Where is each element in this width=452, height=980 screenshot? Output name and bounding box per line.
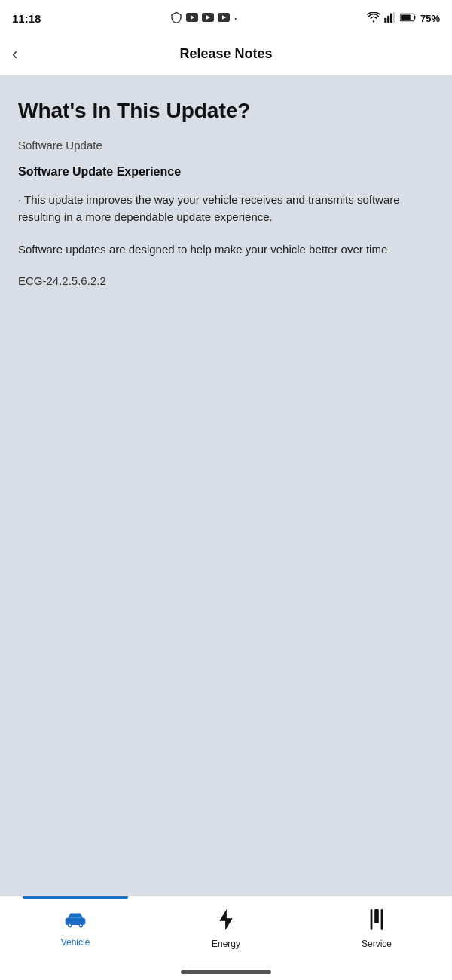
page-title: Release Notes <box>179 46 272 62</box>
status-icons: · <box>170 11 237 26</box>
status-time: 11:18 <box>12 12 41 25</box>
wifi-icon <box>367 12 380 25</box>
svg-point-15 <box>69 924 71 926</box>
section-subtitle: Software Update Experience <box>18 165 434 179</box>
status-indicators: 75% <box>367 12 440 25</box>
dot-indicator: · <box>234 11 237 26</box>
vehicle-label: Vehicle <box>61 937 90 948</box>
svg-point-16 <box>80 924 82 926</box>
svg-rect-12 <box>66 918 86 925</box>
media-icon-2 <box>202 13 214 24</box>
vehicle-icon <box>63 911 87 934</box>
battery-percent: 75% <box>420 13 440 24</box>
shield-icon <box>170 11 182 26</box>
main-content: What's In This Update? Software Update S… <box>0 75 452 896</box>
service-label: Service <box>362 939 392 949</box>
section-label: Software Update <box>18 139 434 152</box>
signal-icon <box>384 12 396 25</box>
svg-rect-19 <box>381 909 383 930</box>
description-text: Software updates are designed to help ma… <box>18 240 434 258</box>
nav-item-vehicle[interactable]: Vehicle <box>0 896 151 956</box>
bottom-nav: Vehicle Energy Service <box>0 896 452 963</box>
svg-rect-6 <box>384 17 386 22</box>
version-text: ECG-24.2.5.6.2.2 <box>18 274 434 287</box>
svg-rect-11 <box>401 14 411 20</box>
svg-rect-18 <box>371 909 373 930</box>
home-bar <box>181 970 271 974</box>
energy-icon <box>217 909 235 936</box>
media-icon-1 <box>186 13 198 24</box>
svg-marker-17 <box>219 909 233 930</box>
home-indicator <box>0 963 452 980</box>
battery-icon <box>400 13 417 24</box>
bullet-text: · This update improves the way your vehi… <box>18 191 434 226</box>
top-nav: ‹ Release Notes <box>0 33 452 75</box>
service-icon <box>368 909 386 936</box>
svg-rect-20 <box>374 909 379 923</box>
nav-item-service[interactable]: Service <box>301 896 452 956</box>
update-title: What's In This Update? <box>18 98 434 124</box>
svg-rect-8 <box>390 13 392 22</box>
media-icon-3 <box>218 13 230 24</box>
svg-rect-7 <box>387 15 389 22</box>
nav-item-energy[interactable]: Energy <box>151 896 301 956</box>
svg-rect-9 <box>393 12 396 23</box>
status-bar: 11:18 · <box>0 0 452 33</box>
energy-label: Energy <box>212 939 240 949</box>
back-button[interactable]: ‹ <box>12 41 23 67</box>
